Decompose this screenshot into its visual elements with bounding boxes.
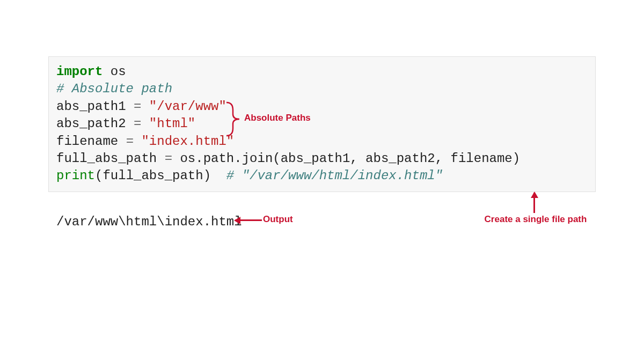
arrow-up-icon <box>533 193 535 213</box>
comment-output: # "/var/www/html/index.html" <box>226 168 443 183</box>
str-filename: "index.html" <box>141 134 234 149</box>
func-print: print <box>56 168 95 183</box>
output-text: /var/www\html\index.html <box>56 215 242 229</box>
bracket-icon <box>225 101 241 137</box>
var-filename: filename <box>56 134 126 149</box>
module-name: os <box>103 64 126 79</box>
code-line-filename: filename = "index.html" <box>56 133 588 150</box>
var-abs1: abs_path1 <box>56 99 134 114</box>
code-line-comment: # Absolute path <box>56 80 588 98</box>
code-line-print: print(full_abs_path) # "/var/www/html/in… <box>56 167 588 185</box>
annotation-absolute-paths: Absolute Paths <box>244 113 311 123</box>
code-line-import: import os <box>56 63 588 80</box>
op-assign: = <box>126 134 134 149</box>
code-line-full: full_abs_path = os.path.join(abs_path1, … <box>56 150 588 167</box>
str-abs1: "/var/www" <box>149 99 226 114</box>
op-assign: = <box>134 116 141 131</box>
annotation-output: Output <box>263 214 293 225</box>
code-line-abs2: abs_path2 = "html" <box>56 115 588 133</box>
var-full: full_abs_path <box>56 151 165 166</box>
var-abs2: abs_path2 <box>56 116 134 131</box>
print-args: (full_abs_path) <box>95 168 226 183</box>
arrow-left-icon <box>235 219 262 221</box>
annotation-create-path: Create a single file path <box>482 214 589 225</box>
str-abs2: "html" <box>149 116 195 131</box>
code-line-abs1: abs_path1 = "/var/www" <box>56 98 588 115</box>
op-assign: = <box>134 99 141 114</box>
keyword-import: import <box>56 64 103 79</box>
op-assign: = <box>165 151 172 166</box>
code-block: import os # Absolute path abs_path1 = "/… <box>48 56 596 192</box>
join-call: os.path.join(abs_path1, abs_path2, filen… <box>172 151 520 166</box>
